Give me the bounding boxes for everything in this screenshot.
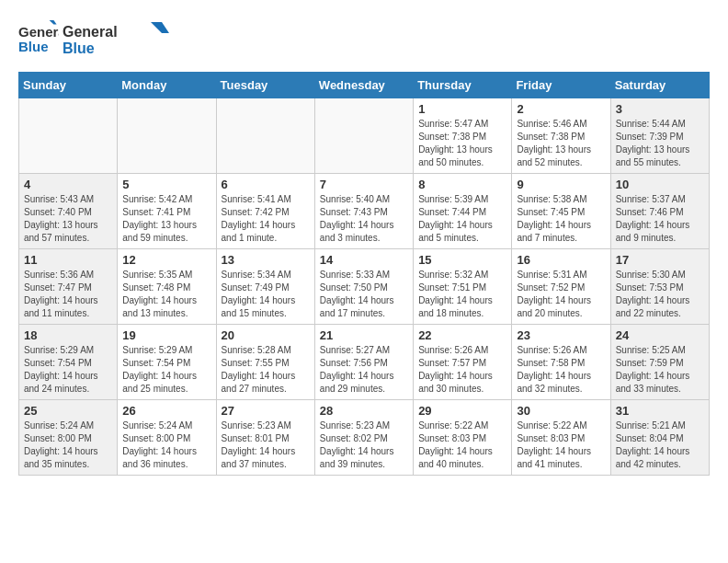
page-container: General Blue General Blue SundayMondayTu… bbox=[0, 0, 728, 485]
calendar-cell: 7Sunrise: 5:40 AM Sunset: 7:43 PM Daylig… bbox=[314, 174, 413, 249]
svg-text:General: General bbox=[63, 24, 118, 40]
day-number: 20 bbox=[222, 328, 310, 342]
day-number: 19 bbox=[122, 328, 210, 342]
calendar-cell: 28Sunrise: 5:23 AM Sunset: 8:02 PM Dayli… bbox=[314, 400, 413, 476]
day-info: Sunrise: 5:26 AM Sunset: 7:58 PM Dayligh… bbox=[517, 344, 605, 396]
calendar-cell: 21Sunrise: 5:27 AM Sunset: 7:56 PM Dayli… bbox=[314, 325, 413, 400]
week-row-2: 4Sunrise: 5:43 AM Sunset: 7:40 PM Daylig… bbox=[19, 174, 710, 249]
calendar-cell bbox=[216, 98, 314, 174]
week-row-1: 1Sunrise: 5:47 AM Sunset: 7:38 PM Daylig… bbox=[19, 98, 710, 174]
day-number: 18 bbox=[24, 328, 112, 342]
day-info: Sunrise: 5:27 AM Sunset: 7:56 PM Dayligh… bbox=[320, 344, 408, 396]
calendar-header-sunday: Sunday bbox=[19, 73, 118, 98]
logo-area: General Blue General Blue bbox=[18, 18, 173, 63]
day-number: 23 bbox=[517, 328, 605, 342]
day-info: Sunrise: 5:29 AM Sunset: 7:54 PM Dayligh… bbox=[24, 344, 112, 396]
calendar-header-saturday: Saturday bbox=[610, 73, 709, 98]
calendar-cell: 12Sunrise: 5:35 AM Sunset: 7:48 PM Dayli… bbox=[118, 249, 216, 325]
day-number: 21 bbox=[320, 328, 408, 342]
day-info: Sunrise: 5:39 AM Sunset: 7:44 PM Dayligh… bbox=[418, 193, 506, 245]
week-row-4: 18Sunrise: 5:29 AM Sunset: 7:54 PM Dayli… bbox=[19, 325, 710, 400]
day-info: Sunrise: 5:30 AM Sunset: 7:53 PM Dayligh… bbox=[616, 269, 704, 320]
day-info: Sunrise: 5:37 AM Sunset: 7:46 PM Dayligh… bbox=[616, 193, 704, 245]
calendar-cell: 30Sunrise: 5:22 AM Sunset: 8:03 PM Dayli… bbox=[512, 400, 610, 476]
svg-text:General: General bbox=[18, 24, 59, 40]
calendar-cell: 26Sunrise: 5:24 AM Sunset: 8:00 PM Dayli… bbox=[118, 400, 216, 476]
svg-text:Blue: Blue bbox=[18, 39, 49, 54]
day-number: 26 bbox=[122, 404, 210, 418]
day-info: Sunrise: 5:23 AM Sunset: 8:02 PM Dayligh… bbox=[320, 419, 408, 471]
logo-svg: General Blue bbox=[63, 18, 173, 59]
header: General Blue General Blue bbox=[18, 18, 710, 63]
day-info: Sunrise: 5:24 AM Sunset: 8:00 PM Dayligh… bbox=[24, 419, 112, 471]
day-info: Sunrise: 5:25 AM Sunset: 7:59 PM Dayligh… bbox=[616, 344, 704, 396]
day-number: 29 bbox=[418, 404, 506, 418]
day-number: 8 bbox=[418, 178, 506, 191]
day-number: 30 bbox=[517, 404, 605, 418]
calendar-cell: 6Sunrise: 5:41 AM Sunset: 7:42 PM Daylig… bbox=[216, 174, 314, 249]
calendar-cell bbox=[19, 98, 118, 174]
calendar-cell: 20Sunrise: 5:28 AM Sunset: 7:55 PM Dayli… bbox=[216, 325, 314, 400]
day-info: Sunrise: 5:35 AM Sunset: 7:48 PM Dayligh… bbox=[122, 269, 210, 320]
day-number: 4 bbox=[24, 178, 112, 191]
calendar-cell bbox=[314, 98, 413, 174]
calendar-cell: 23Sunrise: 5:26 AM Sunset: 7:58 PM Dayli… bbox=[512, 325, 610, 400]
calendar-cell: 29Sunrise: 5:22 AM Sunset: 8:03 PM Dayli… bbox=[414, 400, 512, 476]
day-number: 9 bbox=[517, 178, 605, 191]
calendar-cell: 4Sunrise: 5:43 AM Sunset: 7:40 PM Daylig… bbox=[19, 174, 118, 249]
day-info: Sunrise: 5:40 AM Sunset: 7:43 PM Dayligh… bbox=[320, 193, 408, 245]
day-info: Sunrise: 5:36 AM Sunset: 7:47 PM Dayligh… bbox=[24, 269, 112, 320]
calendar-header-tuesday: Tuesday bbox=[216, 73, 314, 98]
day-number: 13 bbox=[222, 253, 310, 267]
calendar-cell: 17Sunrise: 5:30 AM Sunset: 7:53 PM Dayli… bbox=[610, 249, 709, 325]
svg-text:Blue: Blue bbox=[63, 40, 95, 56]
day-info: Sunrise: 5:22 AM Sunset: 8:03 PM Dayligh… bbox=[418, 419, 506, 471]
calendar-cell: 16Sunrise: 5:31 AM Sunset: 7:52 PM Dayli… bbox=[512, 249, 610, 325]
calendar-cell: 31Sunrise: 5:21 AM Sunset: 8:04 PM Dayli… bbox=[610, 400, 709, 476]
day-number: 22 bbox=[418, 328, 506, 342]
calendar-header-thursday: Thursday bbox=[414, 73, 512, 98]
calendar-cell: 10Sunrise: 5:37 AM Sunset: 7:46 PM Dayli… bbox=[610, 174, 709, 249]
svg-marker-5 bbox=[151, 22, 169, 33]
day-number: 24 bbox=[616, 328, 704, 342]
day-info: Sunrise: 5:46 AM Sunset: 7:38 PM Dayligh… bbox=[517, 118, 605, 169]
day-number: 27 bbox=[222, 404, 310, 418]
day-number: 12 bbox=[122, 253, 210, 267]
day-info: Sunrise: 5:24 AM Sunset: 8:00 PM Dayligh… bbox=[122, 419, 210, 471]
day-info: Sunrise: 5:41 AM Sunset: 7:42 PM Dayligh… bbox=[222, 193, 310, 245]
calendar-cell: 27Sunrise: 5:23 AM Sunset: 8:01 PM Dayli… bbox=[216, 400, 314, 476]
calendar-cell: 5Sunrise: 5:42 AM Sunset: 7:41 PM Daylig… bbox=[118, 174, 216, 249]
week-row-3: 11Sunrise: 5:36 AM Sunset: 7:47 PM Dayli… bbox=[19, 249, 710, 325]
day-number: 5 bbox=[122, 178, 210, 191]
day-info: Sunrise: 5:31 AM Sunset: 7:52 PM Dayligh… bbox=[517, 269, 605, 320]
calendar-cell: 8Sunrise: 5:39 AM Sunset: 7:44 PM Daylig… bbox=[414, 174, 512, 249]
calendar-header-friday: Friday bbox=[512, 73, 610, 98]
calendar-header-row: SundayMondayTuesdayWednesdayThursdayFrid… bbox=[19, 73, 710, 98]
logo-icon: General Blue bbox=[18, 18, 59, 59]
calendar-header-wednesday: Wednesday bbox=[314, 73, 413, 98]
day-info: Sunrise: 5:33 AM Sunset: 7:50 PM Dayligh… bbox=[320, 269, 408, 320]
day-number: 1 bbox=[418, 102, 506, 116]
day-info: Sunrise: 5:26 AM Sunset: 7:57 PM Dayligh… bbox=[418, 344, 506, 396]
calendar-cell: 13Sunrise: 5:34 AM Sunset: 7:49 PM Dayli… bbox=[216, 249, 314, 325]
day-info: Sunrise: 5:47 AM Sunset: 7:38 PM Dayligh… bbox=[418, 118, 506, 169]
day-number: 3 bbox=[616, 102, 704, 116]
calendar-cell: 1Sunrise: 5:47 AM Sunset: 7:38 PM Daylig… bbox=[414, 98, 512, 174]
calendar-cell: 19Sunrise: 5:29 AM Sunset: 7:54 PM Dayli… bbox=[118, 325, 216, 400]
day-number: 25 bbox=[24, 404, 112, 418]
day-info: Sunrise: 5:43 AM Sunset: 7:40 PM Dayligh… bbox=[24, 193, 112, 245]
day-number: 2 bbox=[517, 102, 605, 116]
calendar-cell: 15Sunrise: 5:32 AM Sunset: 7:51 PM Dayli… bbox=[414, 249, 512, 325]
day-number: 11 bbox=[24, 253, 112, 267]
day-info: Sunrise: 5:42 AM Sunset: 7:41 PM Dayligh… bbox=[122, 193, 210, 245]
calendar-cell: 3Sunrise: 5:44 AM Sunset: 7:39 PM Daylig… bbox=[610, 98, 709, 174]
day-info: Sunrise: 5:21 AM Sunset: 8:04 PM Dayligh… bbox=[616, 419, 704, 471]
day-info: Sunrise: 5:23 AM Sunset: 8:01 PM Dayligh… bbox=[222, 419, 310, 471]
calendar-header-monday: Monday bbox=[118, 73, 216, 98]
calendar-cell bbox=[118, 98, 216, 174]
day-number: 10 bbox=[616, 178, 704, 191]
day-number: 15 bbox=[418, 253, 506, 267]
day-info: Sunrise: 5:38 AM Sunset: 7:45 PM Dayligh… bbox=[517, 193, 605, 245]
day-number: 28 bbox=[320, 404, 408, 418]
calendar-cell: 2Sunrise: 5:46 AM Sunset: 7:38 PM Daylig… bbox=[512, 98, 610, 174]
